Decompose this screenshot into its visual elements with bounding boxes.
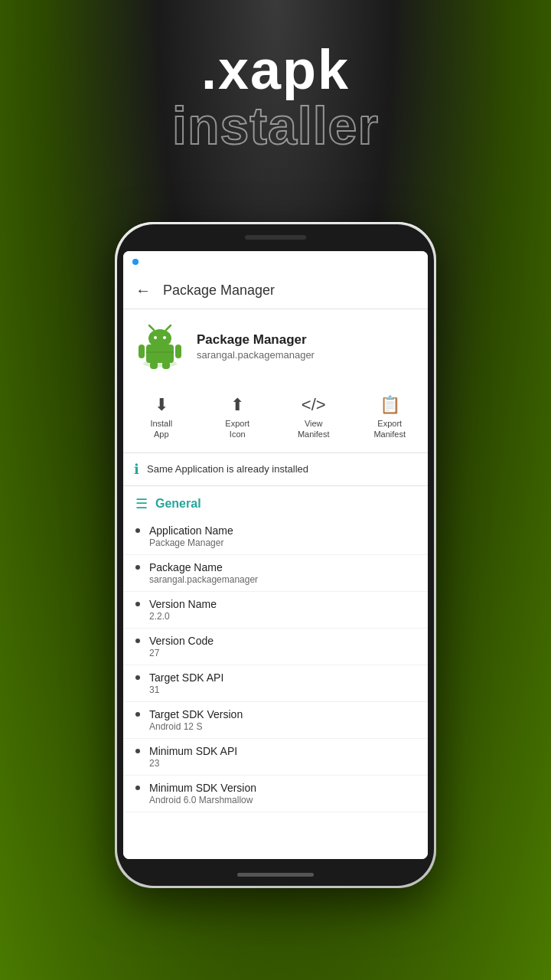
detail-content: Target SDK Version Android 12 S — [149, 708, 416, 732]
detail-label: Target SDK API — [149, 671, 416, 684]
view-manifest-button[interactable]: </> ViewManifest — [276, 389, 352, 446]
bullet-icon — [135, 675, 140, 680]
background: .xapk installer ← Package Manager — [0, 0, 551, 155]
svg-line-6 — [166, 325, 171, 330]
back-button[interactable]: ← — [135, 282, 151, 299]
status-bar — [123, 251, 428, 273]
detail-label: Package Name — [149, 561, 416, 573]
detail-value: 23 — [149, 758, 416, 769]
app-title-area: .xapk installer — [0, 0, 551, 155]
app-header: Package Manager sarangal.packagemanager — [123, 309, 428, 383]
bullet-icon — [135, 786, 140, 790]
install-icon: ⬇ — [155, 395, 168, 415]
list-item: Package Name sarangal.packagemanager — [123, 555, 428, 592]
export-manifest-button[interactable]: 📋 ExportManifest — [352, 389, 429, 446]
phone-inner: ← Package Manager — [117, 224, 434, 886]
detail-label: Application Name — [149, 524, 416, 537]
export-icon-label: ExportIcon — [225, 418, 249, 440]
detail-content: Application Name Package Manager — [149, 524, 416, 548]
bullet-icon — [135, 639, 140, 643]
list-item: Version Name 2.2.0 — [123, 592, 428, 629]
list-item: Minimum SDK API 23 — [123, 739, 428, 776]
bullet-icon — [135, 565, 140, 570]
view-manifest-icon: </> — [302, 395, 326, 415]
export-icon-icon: ⬆ — [230, 395, 244, 415]
detail-content: Minimum SDK API 23 — [149, 745, 416, 769]
detail-content: Target SDK API 31 — [149, 671, 416, 695]
info-banner-text: Same Application is already installed — [147, 463, 308, 475]
detail-content: Version Name 2.2.0 — [149, 598, 416, 622]
install-label: InstallApp — [150, 418, 172, 440]
svg-rect-7 — [139, 345, 145, 358]
svg-rect-9 — [150, 361, 158, 369]
detail-label: Minimum SDK Version — [149, 782, 416, 794]
detail-value: 31 — [149, 684, 416, 695]
detail-value: Android 12 S — [149, 721, 416, 732]
list-item: Target SDK API 31 — [123, 665, 428, 702]
list-item: Minimum SDK Version Android 6.0 Marshmal… — [123, 776, 428, 812]
section-title: General — [155, 497, 201, 511]
svg-line-5 — [149, 325, 154, 330]
bullet-icon — [135, 749, 140, 753]
app-content: ← Package Manager — [123, 273, 428, 859]
list-item: Target SDK Version Android 12 S — [123, 702, 428, 739]
toolbar: ← Package Manager — [123, 273, 428, 309]
detail-value: sarangal.packagemanager — [149, 574, 416, 585]
detail-content: Minimum SDK Version Android 6.0 Marshmal… — [149, 782, 416, 805]
phone-mockup: ← Package Manager — [115, 222, 436, 888]
phone-screen: ← Package Manager — [123, 251, 428, 859]
detail-label: Target SDK Version — [149, 708, 416, 720]
home-indicator — [237, 873, 314, 877]
export-icon-button[interactable]: ⬆ ExportIcon — [200, 389, 276, 446]
detail-content: Version Code 27 — [149, 635, 416, 658]
list-item: Application Name Package Manager — [123, 518, 428, 555]
phone-frame: ← Package Manager — [115, 222, 436, 888]
list-item: Version Code 27 — [123, 629, 428, 665]
app-package-label: sarangal.packagemanager — [197, 349, 416, 361]
section-header: ☰ General — [123, 486, 428, 518]
installer-title: installer — [0, 97, 551, 155]
svg-point-4 — [163, 336, 166, 339]
phone-speaker — [245, 235, 306, 240]
detail-content: Package Name sarangal.packagemanager — [149, 561, 416, 585]
details-list: Application Name Package Manager Package… — [123, 518, 428, 812]
front-camera — [132, 259, 139, 265]
app-icon — [135, 322, 184, 371]
detail-value: 27 — [149, 648, 416, 658]
svg-rect-10 — [162, 361, 170, 369]
xapk-title: .xapk — [0, 42, 551, 97]
export-manifest-icon: 📋 — [380, 395, 400, 415]
info-circle-icon: ℹ — [134, 461, 139, 478]
detail-label: Minimum SDK API — [149, 745, 416, 757]
view-manifest-label: ViewManifest — [298, 418, 330, 440]
app-name-label: Package Manager — [197, 332, 416, 348]
toolbar-title: Package Manager — [163, 283, 275, 299]
bullet-icon — [135, 528, 140, 533]
detail-value: Package Manager — [149, 537, 416, 548]
detail-value: Android 6.0 Marshmallow — [149, 795, 416, 805]
svg-point-3 — [154, 336, 157, 339]
app-info: Package Manager sarangal.packagemanager — [197, 332, 416, 361]
svg-rect-8 — [175, 345, 181, 358]
info-banner: ℹ Same Application is already installed — [123, 453, 428, 486]
actions-row: ⬇ InstallApp ⬆ ExportIcon </> ViewManife… — [123, 383, 428, 453]
bullet-icon — [135, 602, 140, 606]
detail-value: 2.2.0 — [149, 611, 416, 622]
section-icon: ☰ — [135, 495, 148, 512]
svg-point-2 — [148, 329, 171, 348]
detail-label: Version Code — [149, 635, 416, 647]
export-manifest-label: ExportManifest — [373, 418, 406, 440]
install-app-button[interactable]: ⬇ InstallApp — [123, 389, 200, 446]
bullet-icon — [135, 712, 140, 717]
detail-label: Version Name — [149, 598, 416, 610]
